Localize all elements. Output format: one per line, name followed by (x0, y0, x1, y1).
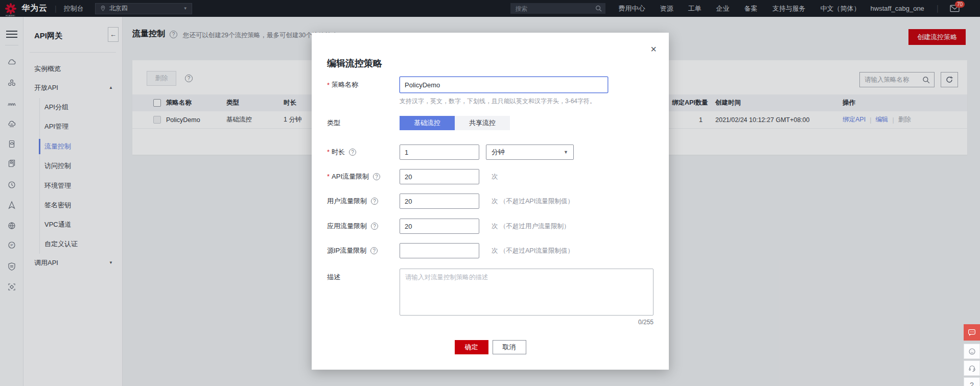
type-row: 类型 基础流控 共享流控 (327, 116, 654, 130)
dialog-buttons: 确定 取消 (312, 340, 669, 354)
user-limit-suffix: 次 （不超过API流量限制值） (492, 197, 574, 206)
feedback-chat-button[interactable] (964, 324, 980, 341)
dialog-title: 编辑流控策略 (327, 57, 382, 69)
user-limit-row: 用户流量限制 ? 次 （不超过API流量限制值） (327, 194, 654, 209)
app-limit-input[interactable] (400, 219, 479, 234)
description-label: 描述 (327, 273, 400, 282)
duration-row: 时长 ? 分钟 ▼ (327, 144, 654, 160)
policy-name-input[interactable] (400, 77, 608, 93)
api-limit-label: API流量限制 ? (327, 172, 400, 181)
api-limit-input[interactable] (400, 169, 479, 184)
api-limit-suffix: 次 (492, 173, 498, 181)
duration-input[interactable] (400, 144, 479, 160)
ip-limit-label: 源IP流量限制 ? (327, 246, 400, 255)
api-limit-help-icon[interactable]: ? (373, 173, 380, 180)
duration-help-icon[interactable]: ? (349, 149, 356, 156)
ip-limit-row: 源IP流量限制 ? 次 （不超过API流量限制值） (327, 243, 654, 258)
description-textarea[interactable] (400, 269, 654, 316)
headset-icon (968, 364, 976, 373)
duration-label: 时长 ? (327, 148, 400, 157)
type-label: 类型 (327, 118, 400, 128)
question-icon: ? (970, 381, 974, 386)
app-limit-label: 应用流量限制 ? (327, 222, 400, 231)
tab-shared-throttling[interactable]: 共享流控 (455, 116, 510, 130)
ip-limit-input[interactable] (400, 243, 479, 258)
ip-limit-help-icon[interactable]: ? (370, 247, 378, 254)
user-limit-help-icon[interactable]: ? (371, 198, 378, 205)
smiley-icon (968, 347, 976, 356)
ok-button[interactable]: 确定 (455, 340, 488, 354)
policy-name-label: 策略名称 (327, 80, 400, 89)
cancel-button[interactable]: 取消 (493, 340, 526, 354)
ip-limit-suffix: 次 （不超过API流量限制值） (492, 247, 574, 255)
user-limit-label: 用户流量限制 ? (327, 197, 400, 206)
duration-unit-select[interactable]: 分钟 ▼ (486, 144, 574, 160)
close-icon[interactable]: × (650, 44, 657, 54)
app-limit-row: 应用流量限制 ? 次 （不超过用户流量限制） (327, 219, 654, 234)
app-limit-help-icon[interactable]: ? (371, 223, 378, 230)
customer-service-button[interactable] (964, 360, 980, 376)
chat-icon (967, 328, 976, 337)
edit-throttling-policy-dialog: 编辑流控策略 × 策略名称 支持汉字，英文，数字，下划线，且只能以英文和汉字开头… (312, 33, 669, 370)
chevron-down-icon: ▼ (564, 150, 568, 155)
user-limit-input[interactable] (400, 194, 479, 209)
help-float-button[interactable]: ? (964, 377, 980, 386)
assistant-button[interactable] (964, 344, 980, 359)
app-limit-suffix: 次 （不超过用户流量限制） (492, 222, 570, 231)
policy-name-hint: 支持汉字，英文，数字，下划线，且只能以英文和汉字开头，3-64字符。 (400, 97, 596, 106)
tab-basic-throttling[interactable]: 基础流控 (400, 116, 455, 130)
char-counter: 0/255 (638, 319, 654, 326)
api-limit-row: API流量限制 ? 次 (327, 169, 654, 184)
policy-name-row: 策略名称 (327, 77, 654, 93)
duration-unit-value: 分钟 (492, 148, 505, 157)
